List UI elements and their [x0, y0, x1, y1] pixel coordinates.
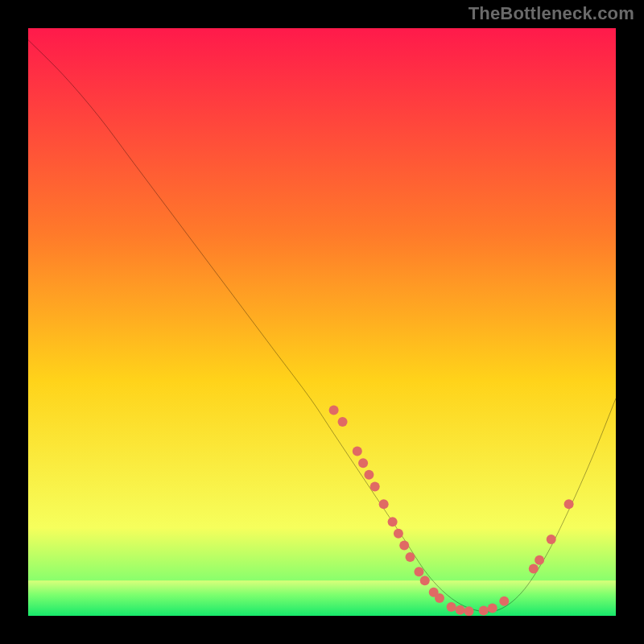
curve-marker-dot [564, 499, 574, 509]
chart-svg [28, 28, 616, 616]
curve-marker-dot [414, 567, 423, 576]
curve-marker-dot [399, 540, 409, 550]
curve-marker-dot [435, 593, 444, 603]
curve-marker-dot [464, 606, 473, 616]
plot-area [28, 28, 616, 616]
curve-marker-dot [499, 597, 509, 606]
curve-marker-dot [388, 517, 398, 526]
curve-marker-dot [420, 576, 430, 585]
green-band [28, 580, 616, 616]
curve-marker-dot [535, 555, 544, 565]
curve-marker-dot [370, 481, 380, 491]
chart-frame: TheBottleneck.com [0, 0, 644, 644]
curve-marker-dot [529, 564, 539, 574]
curve-marker-dot [447, 602, 456, 612]
curve-marker-dot [547, 535, 556, 544]
curve-marker-dot [353, 447, 362, 456]
curve-marker-dot [488, 604, 497, 613]
curve-marker-dot [479, 605, 489, 615]
curve-marker-dot [456, 605, 465, 615]
curve-marker-dot [405, 552, 415, 562]
curve-marker-dot [394, 529, 403, 539]
gradient-background [28, 28, 616, 616]
curve-marker-dot [338, 417, 348, 427]
curve-marker-dot [329, 405, 339, 415]
curve-marker-dot [379, 499, 389, 509]
curve-marker-dot [364, 470, 374, 480]
watermark-text: TheBottleneck.com [469, 3, 634, 24]
curve-marker-dot [358, 458, 368, 468]
